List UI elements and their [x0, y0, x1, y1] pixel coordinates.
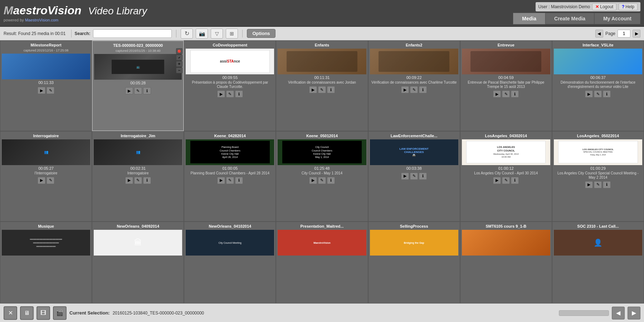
cell-actions-9: ▶ ✎ ℹ: [125, 177, 151, 184]
media-cell-6[interactable]: Entrevue 00:04:59 Entrevue de Pascal Bla…: [460, 40, 552, 131]
options-button[interactable]: Options: [247, 29, 275, 38]
media-cell-17[interactable]: NewOrleans_04102014 City Council Meeting: [184, 222, 276, 303]
cell-title-14: LosAngeles_05022014: [554, 134, 642, 138]
cell-edit-5[interactable]: ✎: [410, 86, 418, 93]
powered-link[interactable]: MaestroVision.com: [25, 18, 58, 22]
status-monitor-button[interactable]: 🖥: [20, 306, 34, 320]
search-input[interactable]: [93, 29, 172, 38]
media-cell-21[interactable]: SOC 2310 - Last Call... 👤: [552, 222, 644, 303]
cell-edit-14[interactable]: ✎: [594, 181, 602, 188]
cell-duration-12: 00:03:38: [406, 166, 422, 170]
cell-edit-4[interactable]: ✎: [318, 86, 326, 93]
media-cell-20[interactable]: SMT6105 cours 9_1-B: [460, 222, 552, 303]
cell-play-2[interactable]: ▶: [125, 87, 133, 94]
cell-play-4[interactable]: ▶: [309, 86, 317, 93]
media-cell-2[interactable]: TES-000000-023_00000000 captured:2016/01…: [92, 40, 184, 131]
statusbar-prev-button[interactable]: ◀: [612, 307, 625, 319]
cell-play-1[interactable]: ▶: [38, 87, 45, 94]
cell-play-14[interactable]: ▶: [585, 181, 593, 188]
cell-play-11[interactable]: ▶: [309, 177, 317, 184]
cell-desc-8: l'Interrogatoire: [34, 171, 58, 175]
cell-play-8[interactable]: ▶: [38, 177, 45, 184]
status-clip-button[interactable]: 🎬: [53, 306, 67, 320]
media-cell-19[interactable]: SellingProcess Bridging the Gap: [368, 222, 460, 303]
cell-edit-10[interactable]: ✎: [226, 177, 234, 184]
cell-overlay-btn-c[interactable]: 👁: [176, 61, 182, 67]
status-media-button[interactable]: 🎞: [36, 306, 50, 320]
cell-info-6[interactable]: ℹ: [511, 90, 519, 98]
status-stop-button[interactable]: ✕: [4, 306, 17, 320]
cell-overlay-btn-a[interactable]: 🔴: [176, 48, 182, 54]
cell-info-4[interactable]: ℹ: [327, 86, 335, 93]
cell-title-2: TES-000000-023_00000000: [94, 43, 182, 48]
cell-edit-11[interactable]: ✎: [318, 177, 326, 184]
nav-my-account[interactable]: My Account: [594, 13, 640, 24]
media-cell-16[interactable]: NewOrleans_04092014 🏛: [92, 222, 184, 303]
cell-info-13[interactable]: ℹ: [511, 177, 519, 184]
cell-info-10[interactable]: ℹ: [235, 177, 243, 184]
media-grid: MilestoneReport captured:2015/12/16 - 17…: [0, 40, 644, 303]
refresh-button[interactable]: ↻: [181, 29, 193, 39]
media-cell-8[interactable]: Interrogatoire 👥 00:05:27 l'Interrogatoi…: [0, 131, 92, 222]
cell-info-12[interactable]: ℹ: [419, 173, 427, 180]
help-button[interactable]: ? Help: [619, 3, 638, 10]
page-label: Page: [605, 31, 615, 36]
cell-info-3[interactable]: ℹ: [235, 90, 243, 98]
cell-thumb-11: City CouncilCouncil ChambersKeene City H…: [278, 139, 366, 165]
page-input[interactable]: [618, 30, 630, 38]
cell-edit-12[interactable]: ✎: [410, 173, 418, 180]
cell-edit-8[interactable]: ✎: [47, 177, 54, 184]
media-cell-11[interactable]: Keene_05012014 City CouncilCouncil Chamb…: [276, 131, 368, 222]
cell-info-14[interactable]: ℹ: [603, 181, 611, 188]
cell-play-12[interactable]: ▶: [401, 173, 409, 180]
media-cell-7[interactable]: Interface_VSLite 00:06:37 Démonstration …: [552, 40, 644, 131]
cell-play-7[interactable]: ▶: [585, 90, 593, 98]
camera-button[interactable]: 📷: [196, 29, 208, 39]
media-cell-4[interactable]: Enfants 00:11:31 Vérification de connais…: [276, 40, 368, 131]
export-button[interactable]: ⊞: [226, 29, 238, 39]
cell-overlay-btn-b[interactable]: ✔: [176, 55, 182, 60]
cell-edit-7[interactable]: ✎: [594, 90, 602, 98]
cell-edit-2[interactable]: ✎: [134, 87, 142, 94]
cell-actions-12: ▶ ✎ ℹ: [401, 173, 427, 180]
media-cell-12[interactable]: LawEnforcementChalle... LAW ENFORCEMENTC…: [368, 131, 460, 222]
media-cell-9[interactable]: Interrogatoire_Jim 👥 00:02:31 Interrogat…: [92, 131, 184, 222]
cell-info-5[interactable]: ℹ: [419, 86, 427, 93]
cell-title-7: Interface_VSLite: [554, 43, 642, 47]
cell-edit-3[interactable]: ✎: [226, 90, 234, 98]
media-cell-15[interactable]: Musique ▬▬▬▬▬▬▬▬▬▬▬▬▬▬▬▬▬▬▬▬▬▬▬▬: [0, 222, 92, 303]
page-next-button[interactable]: ▶: [633, 30, 640, 38]
cell-info-9[interactable]: ℹ: [143, 177, 151, 184]
cell-overlay-buttons-2: 🔴 ✔ 👁 ✂: [176, 48, 182, 73]
cell-play-5[interactable]: ▶: [401, 86, 409, 93]
nav-create-media[interactable]: Create Media: [545, 13, 594, 24]
cell-edit-6[interactable]: ✎: [502, 90, 510, 98]
filter-button[interactable]: ▽: [211, 29, 223, 39]
cell-edit-13[interactable]: ✎: [502, 177, 510, 184]
cell-play-10[interactable]: ▶: [217, 177, 225, 184]
page-area: ◀ Page ▶: [595, 30, 640, 38]
cell-info-11[interactable]: ℹ: [327, 177, 335, 184]
logout-button[interactable]: ✕ Logout: [592, 3, 616, 10]
media-cell-3[interactable]: CoDeveloppement assiSTAnce 00:09:55 Prés…: [184, 40, 276, 131]
media-cell-13[interactable]: LosAngeles_04302014 LOS ANGELES CITY COU…: [460, 131, 552, 222]
cell-overlay-btn-d[interactable]: ✂: [176, 68, 182, 73]
cell-info-7[interactable]: ℹ: [603, 90, 611, 98]
media-cell-5[interactable]: Enfants2 00:09:22 Vérification de connai…: [368, 40, 460, 131]
cell-play-9[interactable]: ▶: [125, 177, 133, 184]
cell-play-13[interactable]: ▶: [493, 177, 501, 184]
media-cell-10[interactable]: Keene_04282014 Planning BoardCouncil Cha…: [184, 131, 276, 222]
cell-edit-1[interactable]: ✎: [47, 87, 54, 94]
nav-media[interactable]: Media: [513, 13, 545, 24]
cell-actions-1: ▶ ✎: [38, 87, 54, 94]
cell-play-3[interactable]: ▶: [217, 90, 225, 98]
page-prev-button[interactable]: ◀: [595, 30, 603, 38]
media-cell-18[interactable]: Presentation_Maitred... MaestroVision: [276, 222, 368, 303]
cell-title-15: Musique: [2, 224, 90, 228]
cell-info-2[interactable]: ℹ: [143, 87, 151, 94]
media-cell-1[interactable]: MilestoneReport captured:2015/12/16 - 17…: [0, 40, 92, 131]
cell-edit-9[interactable]: ✎: [134, 177, 142, 184]
media-cell-14[interactable]: LosAngeles_05022014 LOS ANGELES CITY COU…: [552, 131, 644, 222]
cell-play-6[interactable]: ▶: [493, 90, 501, 98]
statusbar-next-button[interactable]: ▶: [628, 307, 640, 319]
